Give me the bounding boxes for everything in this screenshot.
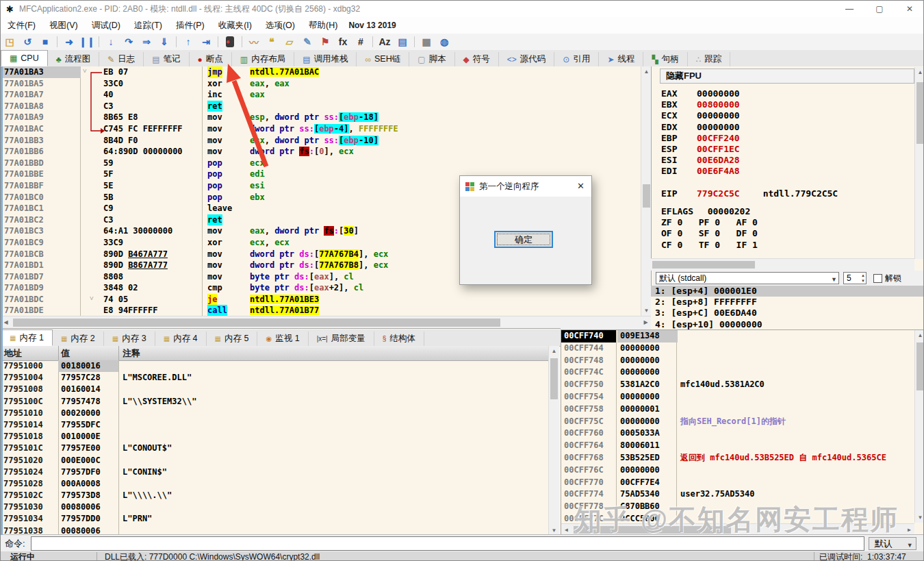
flags-row[interactable]: OF 0 SF 0 DF 0 — [661, 228, 758, 239]
flags-row[interactable]: ZF 0 PF 0 AF 0 — [661, 217, 758, 228]
dialog-title-bar[interactable]: 第一个逆向程序 ✕ — [460, 176, 591, 197]
tab-dump-1[interactable]: ▦内存 1 — [1, 329, 53, 346]
disasm-row[interactable]: 77A01BDEE8 94FFFFFFcallntdll.77A01B77 — [1, 305, 641, 316]
register-row[interactable]: EIP779C2C5Cntdll.779C2C5C — [661, 188, 838, 199]
scroll-up-icon[interactable]: ▲ — [915, 67, 924, 77]
stack-row[interactable]: 00CFF75C00000000指向SEH_Record[1]的指针 — [561, 416, 924, 428]
tab-references[interactable]: ⊙引用 — [554, 52, 599, 66]
tab-dump-4[interactable]: ▦内存 4 — [155, 332, 207, 346]
column-comment[interactable]: 注释 — [123, 347, 140, 360]
argument-row[interactable]: 1: [esp+4] 000001E0 — [651, 286, 924, 297]
register-row[interactable]: ESP00CFF1EC — [661, 144, 838, 155]
ok-button[interactable]: 确定 — [494, 231, 553, 248]
fold-marker[interactable]: ˅ — [90, 295, 94, 302]
dump-vscrollbar[interactable]: ▲ ▼ — [548, 346, 559, 536]
command-input[interactable] — [31, 536, 864, 551]
registers-vscrollbar[interactable]: ▲ — [914, 67, 924, 259]
dialog-close-icon[interactable]: ✕ — [577, 181, 585, 191]
scroll-down-icon[interactable]: ▼ — [641, 306, 652, 316]
run-to-user-code-icon[interactable]: ⇥ — [197, 36, 215, 47]
tab-graph[interactable]: ♣流程图 — [48, 52, 99, 66]
stack-row[interactable]: 00CFF75400000000 — [561, 391, 924, 403]
tab-dump-5[interactable]: ▦内存 5 — [207, 332, 258, 346]
register-row[interactable]: EBP00CFF240 — [661, 133, 838, 144]
dump-row[interactable]: 77951020000E000C — [1, 455, 548, 466]
register-row[interactable]: EAX00000000 — [661, 88, 838, 99]
stack-row[interactable]: 00CFF75800000001 — [561, 403, 924, 416]
stack-row[interactable]: 00CFF77000CFF7E4 — [561, 477, 924, 489]
patches-icon[interactable]: 〰 — [245, 35, 263, 49]
disasm-row[interactable]: 77A01BA740inceax — [1, 89, 641, 101]
menu-item-4[interactable]: 插件(P) — [169, 18, 211, 34]
hide-fpu-button[interactable]: 隐藏FPU — [660, 68, 914, 84]
dump-row[interactable]: 7795101000020000 — [1, 408, 548, 419]
disasm-row[interactable]: 77A01BB38B4D F0movecx, dword ptr ss:[ebp… — [1, 135, 641, 147]
disasm-hscrollbar[interactable]: ◀ ▶ — [1, 316, 651, 328]
stepper-arrows-icon[interactable]: ▲▼ — [861, 273, 865, 284]
stack-row[interactable]: 00CFF76C00000000 — [561, 464, 924, 477]
tab-seh[interactable]: ∞SEH链 — [357, 52, 409, 66]
argument-row[interactable]: 2: [esp+8] FFFFFFFF — [651, 297, 924, 308]
command-preset-select[interactable]: 默认 ▼ — [869, 537, 916, 550]
dump-row[interactable]: 7795103000080006 — [1, 501, 548, 513]
stack-row[interactable]: 00CFF74400000000 — [561, 342, 924, 355]
dump-row[interactable]: 7795101477955DFC — [1, 419, 548, 431]
tab-memory-map[interactable]: ▥内存布局 — [232, 52, 294, 66]
dump-row[interactable]: 77951028000A0008 — [1, 478, 548, 490]
bookmark-icon[interactable]: ⚑ — [316, 36, 334, 47]
tab-cpu[interactable]: ▦CPU — [1, 50, 48, 66]
tab-threads[interactable]: ➤线程 — [599, 52, 643, 66]
disasm-vscrollbar[interactable]: ▲ ▼ — [641, 66, 652, 316]
globe-icon[interactable]: ◍ — [435, 36, 453, 47]
column-address[interactable]: 地址 — [4, 347, 22, 360]
open-file-icon[interactable]: ◳ — [1, 36, 18, 47]
trace-over-icon[interactable]: ⇓ — [155, 36, 173, 47]
tab-notes[interactable]: ▤笔记 — [144, 52, 189, 66]
register-row[interactable]: EBX00800000 — [661, 99, 838, 110]
stack-row[interactable]: 00CFF74C00000000 — [561, 366, 924, 379]
tab-trace[interactable]: ∴跟踪 — [688, 52, 731, 66]
step-over-icon[interactable]: ↷ — [120, 36, 138, 47]
register-row[interactable]: EDX00000000 — [661, 122, 838, 133]
dump-row[interactable]: 7795102C779573D8L"\\\\.\\" — [1, 490, 548, 501]
scroll-left-icon[interactable]: ◀ — [561, 525, 572, 535]
eflags-row[interactable]: EFLAGS 00000202 — [661, 206, 758, 217]
scroll-up-icon[interactable]: ▲ — [641, 66, 652, 77]
register-row[interactable] — [661, 177, 838, 188]
stack-vscrollbar[interactable]: ▲ ▼ — [914, 330, 924, 523]
stack-row[interactable]: 00CFF77475AD5340user32.75AD5340 — [561, 488, 924, 501]
menu-item-3[interactable]: 追踪(T) — [127, 18, 169, 34]
menu-item-6[interactable]: 选项(O) — [259, 18, 302, 34]
argument-row[interactable]: 4: [esp+10] 00000000 — [651, 319, 924, 330]
tab-symbols[interactable]: ◆符号 — [455, 52, 499, 66]
menu-item-5[interactable]: 收藏夹(I) — [211, 18, 259, 34]
menu-item-1[interactable]: 视图(V) — [42, 18, 85, 34]
stack-row[interactable]: 00CFF7600005033A — [561, 427, 924, 440]
stop-icon[interactable]: ■ — [36, 36, 54, 47]
stack-row[interactable]: 00CFF7505381A2C0mfc140ud.5381A2C0 — [561, 379, 924, 391]
stack-row[interactable]: 00CFF76480006011 — [561, 440, 924, 452]
disasm-row[interactable]: 77A01BB664:890D 00000000movdword ptr fs:… — [1, 146, 641, 158]
pause-icon[interactable]: ❙❙ — [78, 36, 96, 47]
registers-hscrollbar[interactable] — [651, 258, 914, 271]
dump-row[interactable]: 7795100477957C28L"MSCOREE.DLL" — [1, 372, 548, 384]
label-icon[interactable]: ▱ — [281, 36, 298, 47]
tab-struct[interactable]: §结构体 — [374, 332, 424, 346]
arguments-panel[interactable]: 1: [esp+4] 000001E02: [esp+8] FFFFFFFF3:… — [651, 286, 924, 329]
scroll-right-icon[interactable]: ▶ — [641, 317, 651, 327]
tab-script[interactable]: ▢脚本 — [409, 52, 454, 66]
minimize-button[interactable]: — — [834, 1, 864, 17]
assemble-icon[interactable]: ▤ — [394, 36, 411, 47]
disasm-row[interactable]: 77A01BA533C0xoreax, eax — [1, 78, 641, 90]
disasm-row[interactable]: 77A01BDC74 05jentdll.77A01BE3 — [1, 294, 641, 306]
function-fx-icon[interactable]: fx — [334, 36, 352, 47]
step-out-icon[interactable]: ↑ — [179, 36, 197, 47]
dump-row[interactable]: 7795101C77957E00L"CONOUT$" — [1, 442, 548, 454]
calling-convention-select[interactable]: 默认 (stdcall) ▼ — [656, 272, 839, 284]
trace-into-icon[interactable]: ⇒ — [138, 36, 155, 47]
scroll-up-icon[interactable]: ▲ — [549, 346, 559, 356]
tab-dump-3[interactable]: ▦内存 3 — [104, 332, 155, 346]
traffic-light-icon[interactable]: ● — [226, 36, 234, 47]
tab-locals[interactable]: |x=|局部变量 — [309, 332, 374, 346]
run-icon[interactable]: ➜ — [60, 36, 78, 47]
